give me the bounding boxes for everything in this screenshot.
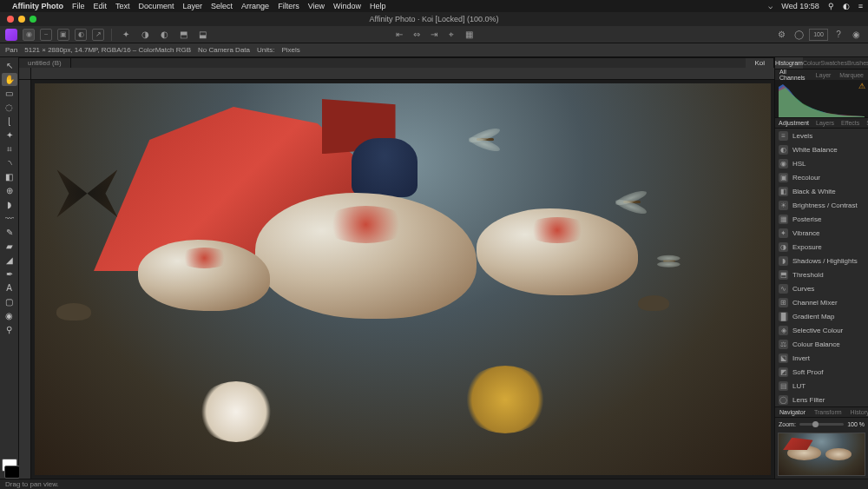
tab-effects[interactable]: Effects: [838, 118, 863, 128]
tool-gradient[interactable]: ◢: [2, 254, 17, 267]
ruler-vertical[interactable]: [19, 80, 31, 479]
ruler-origin[interactable]: [19, 68, 31, 80]
auto-levels-icon[interactable]: ⬒: [176, 29, 190, 41]
adjustment-curves[interactable]: ∿Curves: [775, 281, 868, 295]
align-icon[interactable]: ▦: [462, 29, 476, 41]
arrange-center-icon[interactable]: ⇔: [410, 29, 424, 41]
menu-filters[interactable]: Filters: [278, 2, 299, 10]
spotlight-icon[interactable]: ⚲: [828, 2, 834, 10]
color-chooser-icon[interactable]: ◉: [849, 29, 863, 41]
histo-all[interactable]: All Channels: [775, 69, 812, 80]
arrange-right-icon[interactable]: ⇥: [427, 29, 441, 41]
adjustment-posterise[interactable]: ▦Posterise: [775, 212, 868, 226]
histo-marquee[interactable]: Marquee: [835, 69, 868, 80]
tab-history[interactable]: History: [846, 407, 868, 417]
adjustment-shadows-highlights[interactable]: ◗Shadows / Highlights: [775, 254, 868, 268]
zoom-value[interactable]: 100 %: [847, 421, 865, 427]
tab-colour[interactable]: Colour: [803, 57, 821, 69]
persona-export[interactable]: ↗: [92, 29, 104, 41]
assistant-icon[interactable]: ⚙: [774, 29, 788, 41]
adjustment-threshold[interactable]: ⬒Threshold: [775, 268, 868, 281]
menu-arrange[interactable]: Arrange: [241, 2, 269, 10]
tool-picker[interactable]: ◉: [2, 309, 17, 322]
tool-crop[interactable]: ⌗: [2, 142, 17, 155]
tab-histogram[interactable]: Histogram: [775, 57, 803, 69]
tool-dodge[interactable]: ◗: [2, 198, 17, 211]
adjustment-invert[interactable]: ⬕Invert: [775, 351, 868, 365]
tool-lasso[interactable]: ɭ: [2, 115, 17, 128]
tool-clone[interactable]: ⊕: [2, 184, 17, 197]
tool-flood[interactable]: ✦: [2, 129, 17, 142]
menu-view[interactable]: View: [308, 2, 325, 10]
adjustment-brightness-contrast[interactable]: ☀Brightness / Contrast: [775, 198, 868, 212]
maximize-button[interactable]: [30, 16, 36, 23]
persona-liquify[interactable]: ~: [40, 29, 52, 41]
account-icon[interactable]: ◯: [792, 29, 806, 41]
tool-view[interactable]: ✋: [2, 73, 17, 86]
navigator-preview[interactable]: [778, 433, 865, 476]
units-value[interactable]: Pixels: [281, 46, 299, 54]
menu-select[interactable]: Select: [211, 2, 233, 10]
histo-layer[interactable]: Layer: [812, 69, 836, 80]
tool-fill[interactable]: ▰: [2, 240, 17, 253]
tool-smudge[interactable]: 〰: [2, 212, 17, 225]
tool-shape[interactable]: ▢: [2, 295, 17, 308]
tab-styles[interactable]: Styles: [863, 118, 868, 128]
tab-adjustment[interactable]: Adjustment: [775, 118, 812, 128]
adjustment-lens-filter[interactable]: ◯Lens Filter: [775, 393, 868, 406]
menu-document[interactable]: Document: [139, 2, 174, 10]
tool-text[interactable]: A: [2, 281, 17, 294]
control-center-icon[interactable]: ◐: [843, 2, 850, 10]
menu-layer[interactable]: Layer: [183, 2, 203, 10]
arrange-left-icon[interactable]: ⇤: [392, 29, 406, 41]
app-name[interactable]: Affinity Photo: [12, 2, 63, 10]
tab-navigator[interactable]: Navigator: [775, 407, 810, 417]
adjustment-levels[interactable]: ≡Levels: [775, 129, 868, 142]
tab-swatches[interactable]: Swatches: [821, 57, 847, 69]
menu-text[interactable]: Text: [115, 2, 130, 10]
mask-icon[interactable]: ◑: [138, 29, 152, 41]
adjustment-black-white[interactable]: ◧Black & White: [775, 184, 868, 198]
preview-mode[interactable]: 100: [809, 29, 828, 41]
notifications-icon[interactable]: ≡: [858, 2, 863, 10]
menu-edit[interactable]: Edit: [94, 2, 108, 10]
brush-options-icon[interactable]: ✦: [119, 29, 133, 41]
snap-icon[interactable]: ⌖: [444, 29, 458, 41]
minimize-button[interactable]: [18, 16, 25, 23]
tool-marquee[interactable]: ◌: [2, 101, 17, 114]
adjustment-gradient-map[interactable]: █Gradient Map: [775, 309, 868, 323]
tab-untitled[interactable]: untitled (B): [19, 58, 71, 68]
persona-photo[interactable]: ◉: [23, 29, 35, 41]
tool-zoom[interactable]: ⚲: [2, 323, 17, 336]
ruler-horizontal[interactable]: [31, 68, 774, 80]
swatch-bg[interactable]: [4, 466, 20, 479]
tab-brushes[interactable]: Brushes: [847, 57, 868, 69]
tab-layers[interactable]: Layers: [812, 118, 838, 128]
adjustment-soft-proof[interactable]: ◩Soft Proof: [775, 365, 868, 379]
persona-tone[interactable]: ◐: [75, 29, 87, 41]
adjustment-lut[interactable]: ▤LUT: [775, 379, 868, 393]
help-icon[interactable]: ?: [832, 29, 845, 41]
persona-develop[interactable]: ▣: [57, 29, 69, 41]
adjustment-colour-balance[interactable]: ⚖Colour Balance: [775, 337, 868, 351]
menu-file[interactable]: File: [72, 2, 85, 10]
zoom-slider[interactable]: [799, 423, 844, 426]
tool-erase[interactable]: ◧: [2, 170, 17, 183]
adjustment-vibrance[interactable]: ✦Vibrance: [775, 226, 868, 240]
adjustment-hsl[interactable]: ◉HSL: [775, 156, 868, 170]
tool-paintbrush[interactable]: ✎: [2, 226, 17, 239]
tool-pen[interactable]: ✒: [2, 268, 17, 281]
tool-selection[interactable]: ▭: [2, 87, 17, 100]
menu-help[interactable]: Help: [370, 2, 386, 10]
close-button[interactable]: [7, 16, 14, 23]
wifi-icon[interactable]: ⌵: [768, 2, 773, 10]
canvas[interactable]: [31, 80, 774, 479]
adjustment-channel-mixer[interactable]: ⊞Channel Mixer: [775, 295, 868, 309]
auto-contrast-icon[interactable]: ⬓: [195, 29, 209, 41]
tool-brush[interactable]: ৲: [2, 156, 17, 169]
tool-move[interactable]: ↖: [2, 59, 17, 72]
adjustment-exposure[interactable]: ◑Exposure: [775, 240, 868, 254]
adjustment-white-balance[interactable]: ◐White Balance: [775, 142, 868, 156]
tab-transform[interactable]: Transform: [810, 407, 846, 417]
adjust-icon[interactable]: ◐: [157, 29, 171, 41]
